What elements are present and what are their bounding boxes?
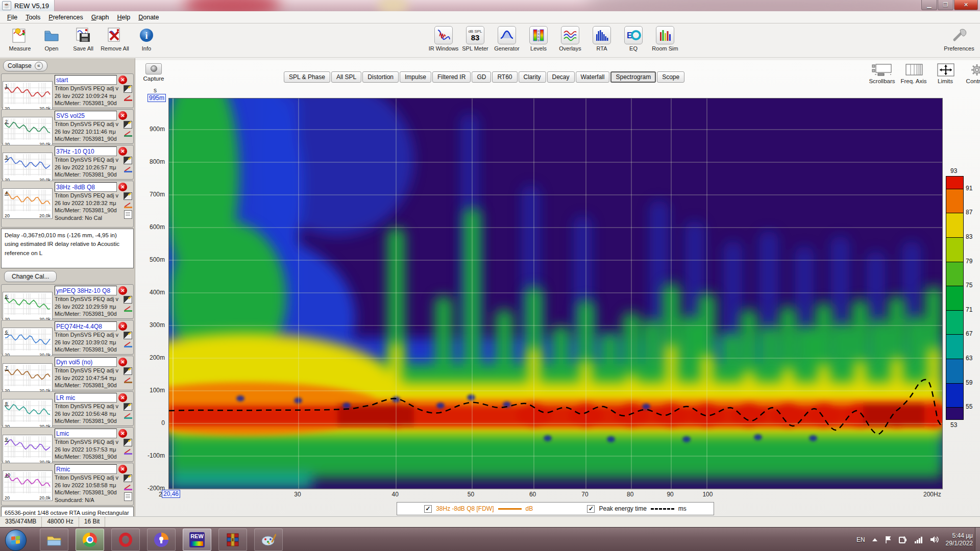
levels-button[interactable]: 0369 Levels	[523, 25, 554, 52]
scrollbars-button[interactable]: Scrollbars	[866, 63, 898, 84]
trace-style-icon[interactable]	[124, 202, 132, 208]
measurement-panel[interactable]: 72020,0k✕Triton DynSVS PEQ adj v26 Ιαν 2…	[1, 356, 134, 390]
measurement-name-input[interactable]	[55, 321, 117, 331]
minimize-button[interactable]: ▁	[921, 0, 937, 10]
taskbar-explorer-button[interactable]	[40, 529, 68, 551]
show-desktop-button[interactable]	[975, 528, 980, 551]
save-all-button[interactable]: Save All	[67, 25, 99, 52]
tab-gd[interactable]: GD	[472, 71, 491, 83]
measurement-thumbnail[interactable]: 82020,0k	[3, 393, 53, 424]
delete-measurement-button[interactable]: ✕	[118, 393, 127, 402]
remove-all-button[interactable]: Remove All	[99, 25, 131, 52]
trace-style-icon[interactable]	[124, 95, 132, 101]
measurement-thumbnail[interactable]: 92020,0k	[3, 429, 53, 460]
freq-axis-button[interactable]: Freq. Axis	[898, 63, 929, 84]
measurement-thumbnail[interactable]: 32020,0k	[3, 146, 53, 178]
measurement-name-input[interactable]	[55, 393, 117, 403]
measurement-panel[interactable]: 42020,0k✕Triton DynSVS PEQ adj v26 Ιαν 2…	[1, 181, 134, 228]
change-cal-button[interactable]: Change Cal...	[4, 271, 57, 282]
measurement-name-input[interactable]	[55, 429, 117, 438]
network-signal-icon[interactable]	[914, 536, 923, 543]
delete-measurement-button[interactable]: ✕	[118, 147, 127, 156]
trace-style-icon[interactable]	[124, 341, 132, 347]
measurement-name-input[interactable]	[55, 146, 117, 156]
delete-measurement-button[interactable]: ✕	[118, 111, 127, 120]
taskbar-rew-button[interactable]: REW	[183, 529, 211, 551]
delete-measurement-button[interactable]: ✕	[118, 358, 127, 366]
delete-measurement-button[interactable]: ✕	[118, 465, 127, 473]
measurement-name-input[interactable]	[55, 464, 117, 474]
menu-file[interactable]: File	[3, 12, 21, 22]
edit-notes-icon[interactable]	[124, 332, 132, 339]
measurement-thumbnail[interactable]: 102020,0k	[3, 464, 53, 504]
delete-measurement-button[interactable]: ✕	[118, 429, 127, 438]
measurement-panel[interactable]: 82020,0k✕Triton DynSVS PEQ adj v26 Ιαν 2…	[1, 391, 134, 426]
rta-button[interactable]: RTA	[586, 25, 618, 52]
taskbar-secure-browser-button[interactable]	[147, 529, 176, 551]
measurement-panel[interactable]: 62020,0k✕Triton DynSVS PEQ adj v26 Ιαν 2…	[1, 320, 134, 355]
edit-notes-icon[interactable]	[124, 192, 132, 200]
measurement-panel[interactable]: 92020,0k✕Triton DynSVS PEQ adj v26 Ιαν 2…	[1, 427, 134, 462]
measurement-name-input[interactable]	[55, 75, 117, 85]
maximize-button[interactable]: ❐	[938, 0, 953, 10]
eq-button[interactable]: E EQ	[618, 25, 649, 52]
measurement-thumbnail[interactable]: 22020,0k	[3, 111, 53, 142]
tab-spl-phase[interactable]: SPL & Phase	[284, 71, 330, 83]
limits-button[interactable]: Limits	[929, 63, 961, 84]
measurement-thumbnail[interactable]: 42020,0k	[3, 182, 53, 226]
measurement-panel[interactable]: 12020,0k✕Triton DynSVS PEQ adj v26 Ιαν 2…	[1, 73, 134, 108]
delete-measurement-button[interactable]: ✕	[118, 76, 127, 84]
menu-help[interactable]: Help	[113, 12, 135, 22]
measurement-panel[interactable]: 22020,0k✕Triton DynSVS PEQ adj v26 Ιαν 2…	[1, 109, 134, 144]
tab-spectrogram[interactable]: Spectrogram	[610, 71, 656, 83]
delete-measurement-button[interactable]: ✕	[118, 322, 127, 331]
menu-tools[interactable]: Tools	[21, 12, 44, 22]
taskbar-chrome-button[interactable]	[76, 529, 104, 551]
measurement-panel[interactable]: 52020,0k✕Triton DynSVS PEQ adj v26 Ιαν 2…	[1, 284, 134, 319]
trace-style-icon[interactable]	[124, 484, 132, 490]
measure-button[interactable]: Measure	[4, 25, 36, 52]
measurement-name-input[interactable]	[55, 182, 117, 192]
taskbar-clock[interactable]: 5:44 μμ 29/1/2022	[946, 532, 973, 547]
measurement-name-input[interactable]	[55, 286, 117, 295]
edit-notes-icon[interactable]	[124, 439, 132, 446]
tab-all-spl[interactable]: All SPL	[331, 71, 361, 83]
menu-donate[interactable]: Donate	[134, 12, 163, 22]
measurement-thumbnail[interactable]: 52020,0k	[3, 286, 53, 317]
trace-style-icon[interactable]	[124, 306, 132, 312]
overlays-button[interactable]: Overlays	[554, 25, 586, 52]
trace-style-icon[interactable]	[124, 131, 132, 137]
ir-windows-button[interactable]: IR Windows	[428, 25, 459, 52]
trace-style-icon[interactable]	[124, 413, 132, 419]
tab-waterfall[interactable]: Waterfall	[576, 71, 610, 83]
collapse-button[interactable]: Collapse «	[3, 60, 47, 71]
edit-notes-icon[interactable]	[124, 157, 132, 164]
power-icon[interactable]	[898, 536, 908, 544]
edit-notes-icon[interactable]	[124, 85, 132, 93]
tab-clarity[interactable]: Clarity	[519, 71, 546, 83]
notes-page-icon[interactable]	[124, 492, 132, 501]
menu-graph[interactable]: Graph	[87, 12, 113, 22]
measurement-name-input[interactable]	[55, 111, 117, 120]
delete-measurement-button[interactable]: ✕	[118, 183, 127, 191]
measurement-thumbnail[interactable]: 12020,0k	[3, 75, 53, 107]
language-indicator[interactable]: EN	[856, 536, 865, 543]
spl-meter-button[interactable]: dB SPL83 SPL Meter	[459, 25, 491, 52]
measurement-thumbnail[interactable]: 62020,0k	[3, 321, 53, 353]
measurement-thumbnail[interactable]: 72020,0k	[3, 357, 53, 389]
edit-notes-icon[interactable]	[124, 296, 132, 304]
measurement-panel[interactable]: 32020,0k✕Triton DynSVS PEQ adj v26 Ιαν 2…	[1, 145, 134, 180]
generator-button[interactable]: Generator	[491, 25, 523, 52]
peak-energy-checkbox[interactable]: ✓	[587, 505, 595, 513]
trace-style-icon[interactable]	[124, 377, 132, 383]
trace-style-icon[interactable]	[124, 166, 132, 172]
measurement-name-input[interactable]	[55, 357, 117, 367]
volume-icon[interactable]	[930, 536, 939, 543]
tab-decay[interactable]: Decay	[547, 71, 575, 83]
edit-notes-icon[interactable]	[124, 403, 132, 411]
tab-distortion[interactable]: Distortion	[362, 71, 399, 83]
controls-button[interactable]: Controls	[961, 63, 980, 84]
action-center-flag-icon[interactable]	[885, 536, 892, 544]
notes-page-icon[interactable]	[124, 210, 132, 219]
close-button[interactable]: ✕	[954, 0, 978, 10]
